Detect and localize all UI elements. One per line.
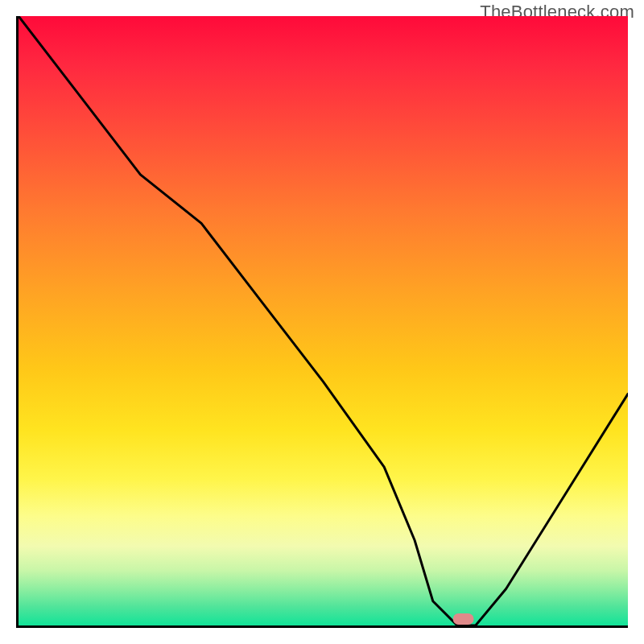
optimal-point-marker xyxy=(453,613,474,625)
chart-canvas: TheBottleneck.com xyxy=(0,0,644,644)
curve-layer xyxy=(19,16,628,625)
bottleneck-curve xyxy=(19,16,628,625)
plot-area xyxy=(16,16,628,628)
